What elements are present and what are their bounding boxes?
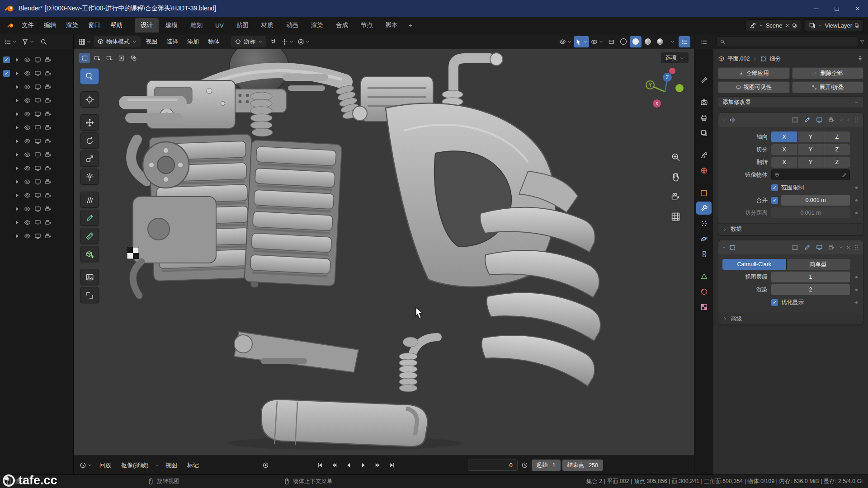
tab-particles[interactable] (696, 217, 712, 230)
modifier-subdivision-header[interactable] (718, 240, 863, 254)
menu-edit[interactable]: 编辑 (39, 19, 61, 32)
properties-search[interactable] (717, 36, 858, 47)
expand-collapse-button[interactable]: 展开/折叠 (792, 81, 864, 93)
eye-icon[interactable] (24, 219, 31, 226)
tab-scene[interactable] (696, 149, 712, 162)
tab-texture[interactable] (696, 300, 712, 314)
extras-dropdown-icon[interactable] (839, 245, 844, 250)
monitor-icon[interactable] (34, 151, 41, 158)
drag-grip-icon[interactable] (853, 244, 860, 251)
triangle-icon[interactable] (14, 97, 20, 104)
menu-render[interactable]: 渲染 (61, 19, 83, 32)
modifier-mirror-header[interactable] (718, 113, 863, 127)
monitor-icon[interactable] (34, 233, 41, 239)
camera-icon[interactable] (45, 124, 52, 131)
jump-to-end-button[interactable] (386, 460, 399, 471)
play-button[interactable] (357, 460, 370, 471)
camera-icon[interactable] (45, 151, 52, 158)
tool-annotate-pen[interactable] (80, 210, 99, 226)
xray-toggle[interactable] (605, 36, 617, 47)
bisect-z-button[interactable]: Z (824, 144, 850, 155)
triangle-icon[interactable] (14, 192, 20, 199)
triangle-icon[interactable] (14, 206, 20, 212)
eyedropper-icon[interactable] (842, 173, 847, 178)
flip-y-button[interactable]: Y (797, 157, 823, 168)
pan-hand-icon[interactable] (671, 172, 680, 182)
eye-icon[interactable] (24, 84, 31, 90)
new-scene-icon[interactable] (792, 23, 797, 28)
breadcrumb-modifier[interactable]: 细分 (769, 55, 781, 63)
camera-view-icon[interactable] (671, 192, 680, 202)
display-cage-toggle[interactable] (790, 243, 800, 253)
viewport-visibility-button[interactable]: 视图可见性 (718, 81, 790, 93)
tab-world[interactable] (696, 164, 712, 177)
visibility-dropdown[interactable] (558, 36, 573, 47)
tab-tool[interactable] (696, 74, 712, 87)
flip-z-button[interactable]: Z (824, 157, 850, 168)
optimal-display-checkbox[interactable]: ✓ (771, 299, 778, 306)
shading-material-button[interactable] (642, 36, 654, 47)
eye-icon[interactable] (24, 56, 31, 63)
tab-view-layer[interactable] (696, 127, 712, 140)
add-workspace-button[interactable]: + (405, 19, 416, 32)
triangle-icon[interactable] (14, 219, 20, 226)
menu-object[interactable]: 物体 (204, 36, 224, 47)
viewport-editor-type-button[interactable] (77, 36, 93, 47)
triangle-icon[interactable] (14, 151, 20, 158)
tool-corner-pin[interactable] (80, 287, 99, 303)
workspace-tab[interactable]: 雕刻 (184, 18, 208, 33)
tool-image-reference[interactable] (80, 269, 99, 285)
display-realtime-toggle[interactable] (814, 115, 824, 125)
monitor-icon[interactable] (34, 138, 41, 145)
timeline-menu-marker[interactable]: 标记 (183, 460, 203, 471)
workspace-tab[interactable]: 动画 (280, 18, 304, 33)
minimize-button[interactable]: ─ (806, 0, 826, 17)
camera-icon[interactable] (45, 84, 52, 90)
mech-armor-right[interactable] (244, 140, 342, 286)
timeline-editor-type-button[interactable] (78, 460, 94, 471)
axis-y-button[interactable]: Y (797, 131, 823, 142)
gizmo-axis-x[interactable] (669, 68, 675, 74)
eye-icon[interactable] (24, 111, 31, 117)
new-layer-icon[interactable] (854, 23, 859, 28)
shading-solid-button[interactable] (630, 36, 642, 47)
shading-rendered-button[interactable] (654, 36, 666, 47)
triangle-icon[interactable] (14, 70, 20, 77)
decorator-dot[interactable] (855, 301, 858, 304)
header-overflow-indicator[interactable] (679, 36, 690, 47)
eye-icon[interactable] (24, 97, 31, 104)
auto-keyframe-button[interactable] (259, 460, 273, 471)
select-mode-subtract[interactable] (104, 53, 114, 63)
select-mode-intersect[interactable] (128, 53, 139, 63)
monitor-icon[interactable] (34, 206, 41, 212)
outliner-display-mode-button[interactable] (20, 36, 36, 47)
merge-value-field[interactable]: 0.001 m (781, 195, 850, 206)
tool-annotate[interactable] (80, 192, 99, 208)
viewport-3d[interactable]: 选项 Y Z (74, 49, 694, 455)
eye-icon[interactable] (24, 70, 31, 77)
outliner-search-button[interactable] (38, 36, 49, 47)
tool-scale[interactable] (80, 150, 99, 167)
menu-select[interactable]: 选择 (162, 36, 182, 47)
camera-icon[interactable] (45, 233, 52, 239)
close-button[interactable]: × (847, 0, 868, 17)
zoom-icon[interactable] (671, 152, 680, 162)
snap-target-dropdown[interactable] (280, 36, 295, 47)
camera-icon[interactable] (45, 111, 52, 117)
workspace-tab[interactable]: 建模 (160, 18, 184, 33)
axis-z-button[interactable]: Z (824, 131, 850, 142)
clipping-checkbox[interactable]: ✓ (771, 184, 778, 191)
triangle-icon[interactable] (14, 178, 20, 185)
eye-icon[interactable] (24, 178, 31, 185)
tab-object[interactable] (696, 186, 712, 199)
merge-checkbox[interactable]: ✓ (771, 197, 778, 204)
eye-icon[interactable] (24, 151, 31, 158)
shading-dropdown[interactable] (666, 36, 678, 47)
workspace-tab[interactable]: 贴图 (231, 18, 255, 33)
current-frame-field[interactable]: 0 (468, 460, 518, 471)
next-keyframe-button[interactable] (371, 460, 385, 471)
decorator-dot[interactable] (855, 276, 858, 278)
bisect-x-button[interactable]: X (771, 144, 797, 155)
monitor-icon[interactable] (34, 111, 41, 117)
tab-data[interactable] (696, 270, 712, 283)
